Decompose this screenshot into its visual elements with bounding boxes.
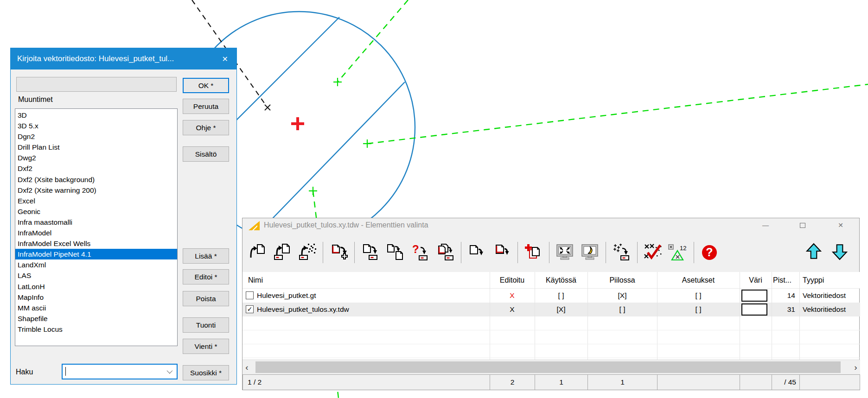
scroll-left-icon[interactable]: ‹	[243, 360, 251, 374]
toolbar-separator	[517, 242, 518, 263]
horizontal-scrollbar[interactable]: ‹ ›	[243, 360, 860, 374]
favorite-button[interactable]: Suosikki *	[183, 365, 229, 380]
file-type: Vektoritiedost	[799, 303, 860, 316]
list-item[interactable]: Dxf2 (Xsite background)	[15, 174, 177, 185]
list-item[interactable]: LatLonH	[15, 281, 177, 292]
move-up-icon[interactable]	[804, 242, 823, 261]
ok-button[interactable]: OK *	[183, 78, 229, 93]
grid-line	[243, 358, 860, 358]
table-row[interactable]: Hulevesi_putket_tulos.xy.tdw X [X] [ ] […	[243, 303, 860, 316]
list-item[interactable]: InfraModel Excel Wells	[15, 238, 177, 249]
column-header-editoitu[interactable]: Editoitu	[490, 272, 535, 288]
list-item-selected[interactable]: InfraModel PipeNet 4.1	[15, 249, 177, 259]
toolbar-separator	[549, 242, 549, 263]
list-item[interactable]: Dxf2	[15, 163, 177, 174]
scrollbar-thumb[interactable]	[255, 361, 841, 373]
export-button[interactable]: Vienti *	[183, 339, 229, 354]
edit-button[interactable]: Editoi *	[183, 269, 229, 284]
read-point-cloud-icon[interactable]	[296, 241, 318, 264]
read-file-format-icon[interactable]	[271, 241, 293, 264]
remove-button[interactable]: Poista	[183, 291, 229, 306]
list-item[interactable]: Shapefile	[15, 313, 177, 324]
list-item[interactable]: InfraModel	[15, 227, 177, 238]
help-button[interactable]: Ohje *	[183, 120, 229, 135]
import-button[interactable]: Tuonti	[183, 317, 229, 333]
move-down-icon[interactable]	[830, 242, 849, 261]
list-item[interactable]: Excel	[15, 196, 177, 206]
element-selection-window: Hulevesi_putket_tulos.xy.tdw - Elementti…	[242, 218, 860, 390]
content-button[interactable]: Sisältö	[183, 146, 229, 162]
status-points: / 45	[772, 374, 800, 390]
column-header-kaytossa[interactable]: Käytössä	[535, 272, 587, 288]
scroll-right-icon[interactable]: ›	[851, 360, 860, 374]
new-file-icon[interactable]	[523, 241, 544, 264]
list-item[interactable]: LAS	[15, 270, 177, 281]
write-file-icon[interactable]	[359, 241, 381, 264]
dialog-title: Kirjoita vektoritiedosto: Hulevesi_putke…	[17, 54, 220, 63]
column-header-vari[interactable]: Väri	[740, 272, 772, 288]
list-item[interactable]: Dwg2	[15, 152, 177, 163]
column-header-nimi[interactable]: Nimi	[243, 272, 490, 288]
copy-active-file-icon[interactable]	[491, 241, 512, 264]
black-x-marker	[265, 105, 270, 110]
file-name: Hulevesi_putket.gt	[257, 289, 316, 303]
color-swatch[interactable]	[741, 303, 767, 316]
write-all-files-icon[interactable]	[434, 241, 456, 264]
help-icon[interactable]: ?	[699, 241, 720, 264]
list-item[interactable]: 3D	[15, 110, 177, 120]
list-item[interactable]: Dxf2 (Xsite warning 200)	[15, 185, 177, 196]
maximize-icon[interactable]	[792, 218, 813, 233]
filename-input[interactable]	[16, 77, 177, 92]
chevron-down-icon[interactable]	[167, 368, 173, 374]
minimize-icon[interactable]: —	[755, 218, 776, 233]
list-item[interactable]: LandXml	[15, 259, 177, 270]
column-header-piilossa[interactable]: Piilossa	[587, 272, 657, 288]
list-item[interactable]: 3D 5.x	[15, 120, 177, 131]
write-query-icon[interactable]: ?	[409, 241, 431, 264]
grid-line	[587, 272, 588, 360]
list-item[interactable]: Drill Plan List	[15, 142, 177, 152]
list-item[interactable]: Geonic	[15, 206, 177, 217]
in-use-flag: [ ]	[535, 289, 587, 303]
converter-listbox[interactable]: 3D 3D 5.x Dgn2 Drill Plan List Dwg2 Dxf2…	[15, 108, 178, 346]
list-item[interactable]: Trimble Locus	[15, 324, 177, 335]
red-cross-marker	[291, 117, 304, 130]
row-checkbox[interactable]	[246, 305, 254, 313]
column-header-pist[interactable]: Pist...	[772, 272, 799, 288]
table-row[interactable]: Hulevesi_putket.gt X [ ] [X] [ ] 14 Vekt…	[243, 289, 860, 303]
fit-view-icon[interactable]	[554, 241, 575, 264]
check-points-icon[interactable]	[642, 241, 664, 264]
list-item[interactable]: MapInfo	[15, 292, 177, 303]
selection-toolbar: ?	[243, 233, 859, 272]
cancel-button[interactable]: Peruuta	[183, 99, 229, 114]
column-header-asetukset[interactable]: Asetukset	[657, 272, 740, 288]
read-file-icon[interactable]	[246, 241, 268, 264]
edited-flag: X	[490, 289, 535, 303]
green-dashed-line-steep	[338, 0, 408, 82]
show-active-drawing-icon[interactable]	[579, 241, 600, 264]
file-type: Vektoritiedost	[799, 289, 860, 303]
column-header-tyyppi[interactable]: Tyyppi	[799, 272, 860, 288]
list-item[interactable]: Infra maastomalli	[15, 217, 177, 227]
green-plus-marker-2	[363, 139, 371, 148]
selection-titlebar[interactable]: Hulevesi_putket_tulos.xy.tdw - Elementti…	[243, 218, 859, 233]
triangle-count-icon[interactable]: 12	[667, 241, 689, 264]
copy-file-icon[interactable]	[466, 241, 487, 264]
file-name: Hulevesi_putket_tulos.xy.tdw	[257, 303, 349, 316]
list-item[interactable]: Dgn2	[15, 131, 177, 142]
search-combobox[interactable]	[62, 364, 178, 379]
points-to-file-icon[interactable]	[611, 241, 632, 264]
close-icon[interactable]: ✕	[220, 55, 230, 63]
grid-line	[243, 344, 860, 344]
add-button[interactable]: Lisää *	[183, 248, 229, 264]
toolbar-separator	[694, 242, 694, 263]
table-header: Nimi Editoitu Käytössä Piilossa Asetukse…	[243, 272, 860, 289]
close-icon[interactable]: ✕	[830, 218, 851, 233]
row-checkbox[interactable]	[246, 291, 254, 299]
add-file-icon[interactable]	[328, 241, 349, 264]
list-item[interactable]: MM ascii	[15, 303, 177, 313]
color-swatch[interactable]	[741, 290, 767, 302]
dialog-titlebar[interactable]: Kirjoita vektoritiedosto: Hulevesi_putke…	[11, 48, 236, 69]
write-new-file-icon[interactable]	[384, 241, 406, 264]
app-logo-icon	[248, 221, 260, 231]
